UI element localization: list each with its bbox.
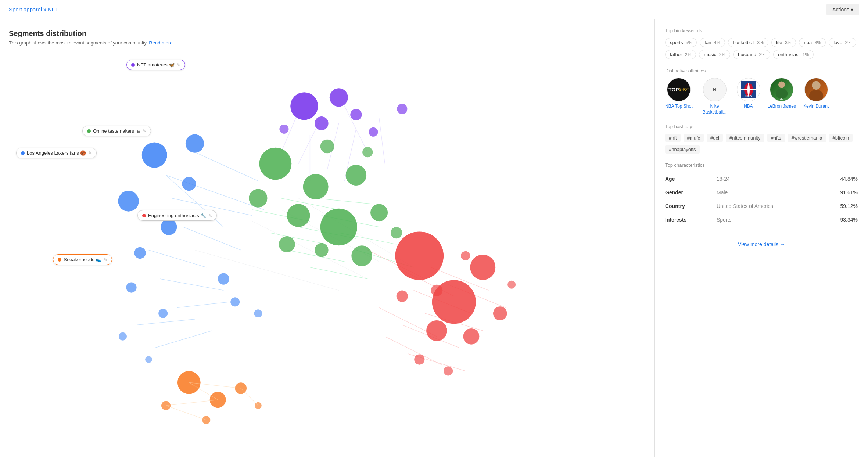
nft-label: NFT amateurs 🦋	[137, 62, 175, 68]
hashtags-title: Top hashtags	[665, 124, 858, 129]
svg-point-72	[397, 104, 407, 114]
affinity-nba[interactable]: NBA NBA	[737, 78, 760, 109]
svg-point-65	[362, 147, 373, 157]
svg-line-1	[166, 175, 264, 210]
sneaker-edit-icon[interactable]: ✎	[104, 257, 107, 262]
segments-description: This graph shows the most relevant segme…	[9, 40, 646, 46]
svg-line-15	[310, 267, 367, 279]
affinity-nike[interactable]: NNike Basketball...	[700, 78, 729, 115]
segments-heading: Segments distribution	[9, 29, 646, 38]
online-edit-icon[interactable]: ✎	[143, 129, 146, 134]
svg-point-66	[249, 189, 267, 208]
hashtag-tag[interactable]: #ucl	[707, 134, 723, 142]
hashtag-tag[interactable]: #wrestlemania	[788, 134, 826, 142]
read-more-link[interactable]: Read more	[149, 40, 172, 46]
keyword-tag: nba 3%	[799, 38, 826, 47]
segment-lakers[interactable]: Los Angeles Lakers fans 🏀 ✎	[16, 148, 97, 158]
keyword-tag: husband 2%	[733, 50, 770, 59]
keywords-row: sports 5%fan 4%basketball 3%life 3%nba 3…	[665, 38, 858, 59]
svg-point-71	[369, 127, 378, 137]
svg-point-68	[330, 88, 348, 107]
segment-online[interactable]: Online tastemakers 🖥 ✎	[82, 126, 151, 136]
svg-point-83	[507, 281, 516, 289]
svg-point-42	[118, 191, 139, 211]
svg-line-6	[160, 279, 223, 290]
hashtag-tag[interactable]: #nft	[665, 134, 681, 142]
svg-point-62	[391, 227, 402, 238]
affinity-lebron[interactable]: LBJ LeBron James	[768, 78, 796, 109]
svg-point-55	[303, 174, 329, 199]
char-label: Interests	[665, 217, 717, 223]
main-layout: Segments distribution This graph shows t…	[0, 19, 868, 457]
sneaker-label: Sneakerheads 👟	[64, 257, 101, 262]
svg-point-49	[119, 332, 127, 341]
svg-line-26	[385, 337, 442, 365]
svg-line-8	[137, 319, 195, 325]
svg-point-84	[431, 285, 442, 296]
svg-point-44	[134, 247, 146, 259]
svg-point-53	[254, 309, 262, 317]
segment-sneaker[interactable]: Sneakerheads 👟 ✎	[53, 254, 112, 265]
lakers-edit-icon[interactable]: ✎	[88, 151, 92, 156]
svg-line-19	[316, 198, 373, 204]
engineering-edit-icon[interactable]: ✎	[208, 213, 212, 218]
affinity-label-nike: Nike Basketball...	[700, 104, 729, 115]
char-label: Country	[665, 203, 717, 209]
svg-text:NBA: NBA	[745, 94, 752, 97]
char-row-age: Age 18-24 44.84%	[665, 172, 858, 186]
svg-point-70	[350, 109, 362, 120]
svg-point-69	[315, 116, 329, 130]
affinity-durant[interactable]: Kevin Durant	[803, 78, 829, 109]
view-more-bar: View more details →	[665, 235, 858, 247]
svg-point-63	[279, 236, 295, 252]
char-pct: 91.61%	[840, 190, 858, 195]
bio-keywords-section: Top bio keywords sports 5%fan 4%basketba…	[665, 28, 858, 59]
engineering-label: Engineering enthusiasts 🔧	[148, 213, 206, 218]
affinity-label-durant: Kevin Durant	[803, 104, 829, 109]
actions-button[interactable]: Actions ▾	[826, 4, 859, 15]
keyword-tag: basketball 3%	[728, 38, 768, 47]
svg-line-35	[379, 118, 385, 163]
svg-line-3	[149, 250, 207, 267]
hashtag-tag[interactable]: #nfts	[767, 134, 785, 142]
segment-engineering[interactable]: Engineering enthusiasts 🔧 ✎	[137, 210, 217, 221]
svg-point-57	[287, 204, 310, 227]
svg-line-95	[241, 388, 258, 406]
hashtags-row: #nft#mufc#ucl#nftcommunity#nfts#wrestlem…	[665, 134, 858, 154]
svg-point-78	[463, 328, 479, 345]
svg-point-106	[809, 90, 823, 101]
svg-point-59	[370, 204, 388, 221]
hashtag-tag[interactable]: #mufc	[684, 134, 704, 142]
sneaker-dot	[58, 258, 61, 262]
svg-point-64	[320, 140, 334, 154]
char-label: Age	[665, 176, 717, 182]
segment-nft[interactable]: NFT amateurs 🦋 ✎	[126, 60, 185, 70]
affinity-topshot[interactable]: TOP SHOT NBA Top Shot	[665, 78, 693, 109]
svg-point-46	[186, 134, 204, 153]
hashtags-section: Top hashtags #nft#mufc#ucl#nftcommunity#…	[665, 124, 858, 154]
char-row-country: Country United States of America 59.12%	[665, 199, 858, 213]
svg-line-94	[166, 400, 218, 406]
svg-point-105	[812, 81, 820, 90]
engineering-dot	[142, 214, 146, 217]
keyword-tag: sports 5%	[665, 38, 697, 47]
view-more-link[interactable]: View more details →	[738, 241, 785, 247]
svg-line-9	[154, 331, 212, 348]
svg-text:LBJ: LBJ	[780, 98, 783, 100]
svg-point-103	[776, 88, 788, 99]
nft-edit-icon[interactable]: ✎	[177, 62, 180, 68]
svg-line-4	[195, 152, 258, 181]
lakers-dot	[21, 151, 25, 155]
characteristics-title: Top characteristics	[665, 162, 858, 168]
online-icon: 🖥	[136, 129, 140, 133]
hashtag-tag[interactable]: #nbaplayoffs	[665, 145, 700, 154]
svg-point-43	[161, 219, 177, 235]
svg-point-82	[444, 366, 453, 375]
svg-point-74	[395, 232, 444, 280]
svg-point-41	[142, 143, 167, 168]
hashtag-tag[interactable]: #nftcommunity	[726, 134, 764, 142]
keyword-tag: enthusiast 1%	[773, 50, 814, 59]
char-row-interests: Interests Sports 93.34%	[665, 213, 858, 226]
hashtag-tag[interactable]: #bitcoin	[829, 134, 853, 142]
chevron-down-icon: ▾	[851, 7, 853, 12]
